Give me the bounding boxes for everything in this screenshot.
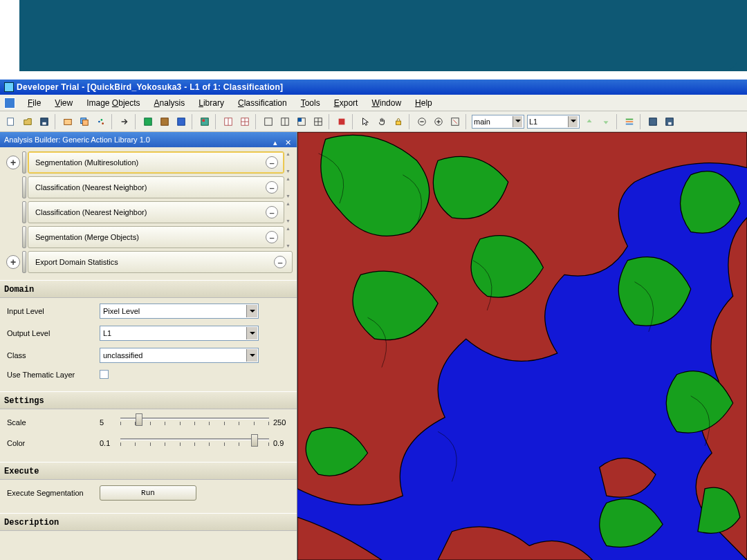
grip-icon[interactable]	[22, 176, 26, 198]
menu-analysis[interactable]: Analysis	[147, 98, 192, 108]
label-output-level: Output Level	[7, 329, 100, 337]
svg-rect-37	[626, 123, 634, 124]
left-panel: Analysis Builder: Generic Action Library…	[0, 132, 297, 560]
svg-rect-35	[626, 118, 634, 120]
combo-output-level[interactable]: L1	[100, 326, 259, 341]
toolbar: main L1	[0, 111, 747, 132]
grip-icon[interactable]	[22, 151, 26, 174]
combo-class[interactable]: unclassified	[100, 348, 259, 363]
section-description: Description	[0, 513, 297, 531]
menu-bar: File View Image Objects Analysis Library…	[0, 95, 747, 111]
label-class: Class	[7, 351, 100, 360]
remove-action-button[interactable]: –	[266, 181, 278, 194]
tb-lock-icon[interactable]	[391, 114, 406, 129]
tb-red-icon[interactable]	[334, 114, 349, 129]
svg-rect-2	[42, 122, 46, 124]
slider-color[interactable]	[120, 436, 269, 451]
toolbar-combo-main[interactable]: main	[472, 115, 524, 129]
tb-disk2-icon[interactable]	[662, 114, 677, 129]
menu-classification[interactable]: Classification	[231, 98, 294, 108]
add-action-button[interactable]: +	[6, 156, 20, 169]
slider-scale[interactable]	[120, 415, 269, 430]
grip-icon[interactable]	[22, 251, 26, 273]
section-domain: Domain	[0, 280, 297, 298]
panel-titlebar: Analysis Builder: Generic Action Library…	[0, 132, 297, 147]
svg-rect-10	[161, 118, 169, 125]
toolbar-combo-level[interactable]: L1	[527, 115, 580, 129]
menu-view[interactable]: View	[48, 98, 80, 108]
tb-disk1-icon[interactable]	[645, 114, 661, 129]
window-title: Developer Trial - [QuickBird_Yokosuka3 -…	[17, 80, 283, 95]
menu-export[interactable]: Export	[327, 98, 365, 108]
action-classification-nn-2[interactable]: Classification (Nearest Neighbor) –	[28, 201, 284, 223]
menu-file[interactable]: File	[21, 98, 48, 108]
svg-rect-23	[298, 118, 302, 121]
tb-view1-icon[interactable]	[140, 114, 156, 129]
tb-cursor-icon[interactable]	[358, 114, 373, 129]
remove-action-button[interactable]: –	[266, 206, 278, 218]
label-input-level: Input Level	[7, 307, 100, 315]
label-execute: Execute Segmentation	[7, 489, 100, 497]
action-export-stats[interactable]: Export Domain Statistics –	[28, 251, 293, 273]
grip-icon[interactable]	[22, 201, 26, 223]
menu-image-objects[interactable]: Image Objects	[80, 98, 147, 108]
add-action-button[interactable]: +	[6, 255, 20, 269]
tb-down-icon[interactable]	[598, 114, 614, 129]
tb-class-icon[interactable]	[197, 114, 212, 129]
pin-icon[interactable]: ▴	[270, 135, 280, 144]
tb-view2-icon[interactable]	[157, 114, 172, 129]
combo-input-level[interactable]: Pixel Level	[100, 304, 259, 319]
tb-split1-icon[interactable]	[261, 114, 276, 129]
action-segmentation-merge[interactable]: Segmentation (Merge Objects) –	[28, 226, 284, 248]
menu-help[interactable]: Help	[408, 98, 439, 108]
tb-grid2-icon[interactable]	[237, 114, 252, 129]
svg-point-7	[101, 119, 103, 121]
label-color: Color	[7, 439, 100, 447]
map-viewport[interactable]	[297, 132, 747, 560]
panel-title-text: Analysis Builder: Generic Action Library…	[4, 132, 150, 147]
close-icon[interactable]: ✕	[283, 135, 293, 144]
remove-action-button[interactable]: –	[266, 156, 278, 169]
tb-list-icon[interactable]	[622, 114, 637, 129]
svg-rect-19	[265, 118, 273, 125]
tb-zoomin-icon[interactable]	[431, 114, 446, 129]
tb-view3-icon[interactable]	[174, 114, 189, 129]
svg-rect-36	[626, 121, 634, 122]
checkbox-thematic[interactable]	[100, 370, 109, 379]
tb-fit-icon[interactable]	[448, 114, 463, 129]
tb-dots-icon[interactable]	[93, 114, 109, 129]
tb-split2-icon[interactable]	[277, 114, 293, 129]
window-titlebar: Developer Trial - [QuickBird_Yokosuka3 -…	[0, 80, 747, 95]
tb-pan-icon[interactable]	[374, 114, 389, 129]
doc-icon[interactable]	[4, 97, 15, 109]
tb-arrow-icon[interactable]	[117, 114, 132, 129]
tb-open-icon[interactable]	[20, 114, 35, 129]
tb-split3-icon[interactable]	[294, 114, 309, 129]
tb-save-icon[interactable]	[37, 114, 52, 129]
section-settings: Settings	[0, 391, 297, 409]
run-button[interactable]: Run	[100, 485, 196, 501]
remove-action-button[interactable]: –	[274, 256, 286, 268]
svg-point-8	[102, 122, 104, 124]
menu-tools[interactable]: Tools	[294, 98, 327, 108]
svg-rect-9	[145, 118, 152, 125]
tb-new-icon[interactable]	[3, 114, 19, 129]
label-scale: Scale	[7, 418, 100, 427]
tb-zoomout-icon[interactable]	[414, 114, 430, 129]
grip-icon[interactable]	[22, 226, 26, 248]
tb-layers-icon[interactable]	[77, 114, 92, 129]
svg-rect-5	[82, 120, 88, 125]
app-icon	[4, 82, 14, 92]
remove-action-button[interactable]: –	[266, 231, 278, 243]
svg-rect-28	[396, 121, 401, 124]
menu-window[interactable]: Window	[365, 98, 408, 108]
svg-rect-27	[339, 118, 345, 124]
action-list: + Segmentation (Multiresolution) – ▲▼ Cl…	[0, 147, 297, 280]
tb-up-icon[interactable]	[582, 114, 597, 129]
tb-proj-icon[interactable]	[60, 114, 75, 129]
action-classification-nn-1[interactable]: Classification (Nearest Neighbor) –	[28, 176, 284, 198]
tb-grid1-icon[interactable]	[221, 114, 236, 129]
action-segmentation-multires[interactable]: Segmentation (Multiresolution) –	[28, 151, 284, 174]
tb-split4-icon[interactable]	[311, 114, 326, 129]
menu-library[interactable]: Library	[192, 98, 231, 108]
